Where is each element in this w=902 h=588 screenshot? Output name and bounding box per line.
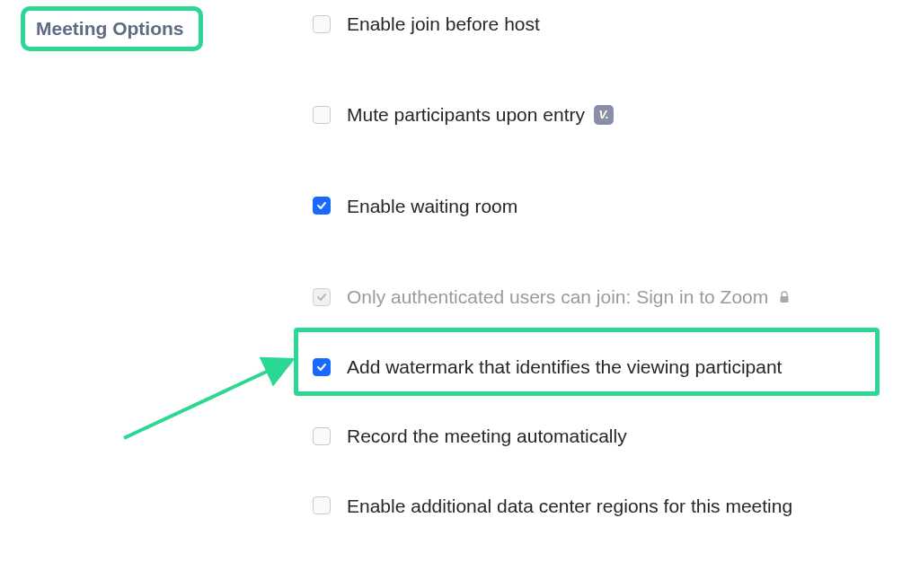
label-join-before-host: Enable join before host [347,12,540,36]
checkbox-watermark[interactable] [313,358,331,376]
label-mute-on-entry: Mute participants upon entry [347,102,585,127]
checkbox-waiting-room[interactable] [313,197,331,215]
option-waiting-room: Enable waiting room [313,191,792,221]
label-watermark: Add watermark that identifies the viewin… [347,355,782,379]
option-join-before-host: Enable join before host [313,9,792,39]
meeting-options-list: Enable join before host Mute participant… [313,9,792,521]
label-auto-record: Record the meeting automatically [347,424,627,448]
label-waiting-room: Enable waiting room [347,194,517,218]
annotation-arrow-icon [115,350,295,449]
lock-icon [779,291,790,303]
option-extra-regions: Enable additional data center regions fo… [313,491,792,521]
option-watermark: Add watermark that identifies the viewin… [313,328,792,382]
label-extra-regions: Enable additional data center regions fo… [347,494,792,518]
option-auth-only: Only authenticated users can join: Sign … [313,282,792,312]
label-auth-only: Only authenticated users can join: Sign … [347,285,768,309]
checkbox-auto-record[interactable] [313,427,331,445]
svg-rect-0 [781,296,789,303]
svg-line-2 [124,363,286,438]
checkbox-auth-only [313,288,331,306]
checkbox-join-before-host[interactable] [313,15,331,33]
checkbox-mute-on-entry[interactable] [313,106,331,124]
section-title-text: Meeting Options [36,18,184,39]
option-auto-record: Record the meeting automatically [313,421,792,451]
section-heading: Meeting Options [21,6,203,51]
info-icon[interactable]: V. [594,105,614,125]
option-mute-on-entry: Mute participants upon entry V. [313,100,792,129]
checkbox-extra-regions[interactable] [313,496,331,514]
